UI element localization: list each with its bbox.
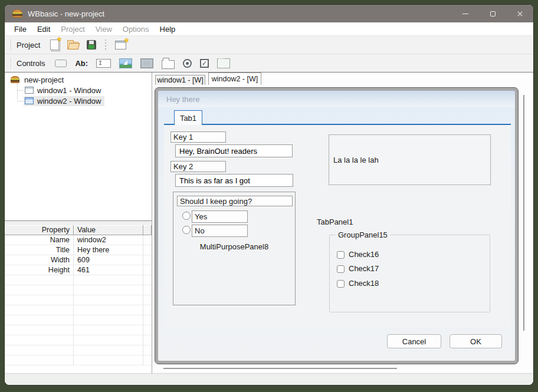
close-button[interactable] (506, 5, 533, 22)
empty-row (5, 305, 152, 315)
multi-purpose-panel[interactable]: Should I keep going? Yes No MultiPurpose… (173, 192, 296, 305)
empty-row (5, 355, 152, 365)
key1-label[interactable]: Key 1 (170, 131, 226, 143)
tab-folder-control-icon (162, 60, 175, 69)
panel-caption: MultiPurposePanel8 (173, 242, 295, 251)
image-control-icon (119, 58, 132, 68)
minimize-icon (462, 14, 468, 14)
checkbox-label[interactable]: Check17 (349, 264, 379, 273)
tab-window1[interactable]: window1 - [W] (155, 75, 205, 85)
tab-window2[interactable]: window2 - [W] (208, 73, 261, 85)
form-tab1[interactable]: Tab1 (174, 110, 202, 125)
property-name: Title (5, 245, 74, 255)
table-row: Title Hey there (5, 245, 152, 255)
property-value[interactable]: 461 (74, 265, 143, 275)
tree-item-window2[interactable]: window2 - Window (5, 95, 152, 106)
property-name: Name (5, 235, 74, 245)
designed-window[interactable]: Hey there Tab1 Key 1 Key 2 Should (155, 87, 519, 364)
radio-no[interactable] (182, 226, 191, 234)
tree-item-label: window2 - Window (37, 97, 101, 106)
empty-row (5, 335, 152, 345)
key2-input[interactable] (175, 174, 293, 187)
vertical-scrollbar[interactable] (523, 95, 524, 331)
toolbar-grip[interactable] (11, 57, 12, 69)
window-icon (25, 87, 34, 94)
designed-window-titlebar[interactable]: Hey there (158, 91, 515, 107)
new-file-icon (50, 39, 59, 50)
radio-yes[interactable] (182, 212, 191, 220)
property-name: Width (5, 255, 74, 265)
hamburger-app-icon (12, 9, 22, 18)
group-panel[interactable]: GroupPanel15 Check16 Check17 Check18 (329, 235, 490, 312)
project-tree: new-project window1 - Window window2 - W… (5, 73, 152, 221)
horizontal-scrollbar[interactable] (163, 368, 397, 369)
new-file-button[interactable] (50, 39, 59, 50)
property-value[interactable]: 609 (74, 255, 143, 265)
add-radio-control[interactable] (183, 59, 192, 68)
toolbar-separator (105, 39, 106, 50)
key2-label[interactable]: Key 2 (170, 161, 226, 172)
new-window-button[interactable] (115, 41, 126, 50)
add-grouppanel-control[interactable] (217, 58, 230, 68)
key1-input[interactable] (175, 144, 293, 157)
property-value[interactable]: Hey there (74, 245, 143, 255)
checkbox-check17[interactable] (337, 265, 345, 273)
empty-row (5, 295, 152, 305)
checkbox-check18[interactable] (337, 280, 345, 288)
hamburger-icon (11, 76, 19, 83)
save-button[interactable] (87, 40, 96, 50)
project-toolbar: Project (5, 35, 533, 54)
empty-row (5, 325, 152, 335)
radio-yes-label[interactable]: Yes (192, 210, 248, 223)
add-textbox-control[interactable]: I (96, 59, 111, 68)
radio-no-label[interactable]: No (192, 225, 248, 237)
group-panel-legend: GroupPanel15 (336, 230, 390, 239)
property-value[interactable]: window2 (74, 235, 143, 245)
property-grid-header: Property Value (5, 225, 152, 235)
question-label[interactable]: Should I keep going? (177, 196, 293, 206)
close-icon (517, 11, 523, 17)
group-panel-control-icon (217, 58, 230, 68)
tree-item-window1[interactable]: window1 - Window (5, 85, 152, 95)
multiline-textbox[interactable]: La la la le lah (329, 134, 491, 185)
open-project-button[interactable] (67, 40, 78, 50)
panel-splitter[interactable] (5, 221, 152, 225)
checkbox-label[interactable]: Check18 (349, 279, 379, 288)
main-area: new-project window1 - Window window2 - W… (5, 72, 533, 373)
designer-area: window1 - [W] window2 - [W] Hey there Ta… (152, 73, 533, 374)
maximize-button[interactable] (479, 5, 506, 22)
tabpanel-caption: TabPanel1 (317, 218, 353, 226)
empty-row (5, 285, 152, 295)
app-window: WBbasic - new-project File Edit Project … (5, 5, 533, 385)
designed-window-title: Hey there (166, 95, 199, 104)
ok-button[interactable]: OK (450, 334, 502, 348)
tree-item-project-root[interactable]: new-project (5, 74, 152, 85)
value-column-header: Value (74, 225, 143, 235)
panel-control-icon (140, 58, 153, 68)
save-icon (87, 40, 96, 50)
titlebar[interactable]: WBbasic - new-project (5, 5, 533, 22)
menubar: File Edit Project View Options Help (5, 22, 533, 35)
menu-file[interactable]: File (9, 24, 32, 35)
checkbox-label[interactable]: Check16 (349, 250, 379, 259)
add-label-control[interactable]: Ab: (75, 59, 88, 68)
add-button-control[interactable] (55, 60, 67, 67)
radio-control-icon (183, 59, 192, 68)
table-row: Height 461 (5, 265, 152, 275)
statusbar (5, 373, 533, 385)
project-toolbar-label: Project (17, 41, 40, 50)
cancel-button[interactable]: Cancel (387, 334, 441, 348)
add-panel-control[interactable] (140, 58, 153, 68)
add-tabpanel-control[interactable] (162, 58, 175, 69)
property-column-header: Property (5, 225, 74, 235)
controls-toolbar: Controls Ab: I ✓ (5, 54, 533, 72)
add-image-control[interactable] (119, 58, 132, 68)
minimize-button[interactable] (452, 5, 479, 22)
menu-edit[interactable]: Edit (32, 24, 55, 35)
menu-project: Project (55, 24, 90, 35)
checkbox-check16[interactable] (337, 251, 345, 259)
left-panel: new-project window1 - Window window2 - W… (5, 73, 152, 374)
add-checkbox-control[interactable]: ✓ (200, 59, 209, 68)
toolbar-grip[interactable] (11, 39, 12, 51)
menu-help[interactable]: Help (155, 24, 181, 35)
